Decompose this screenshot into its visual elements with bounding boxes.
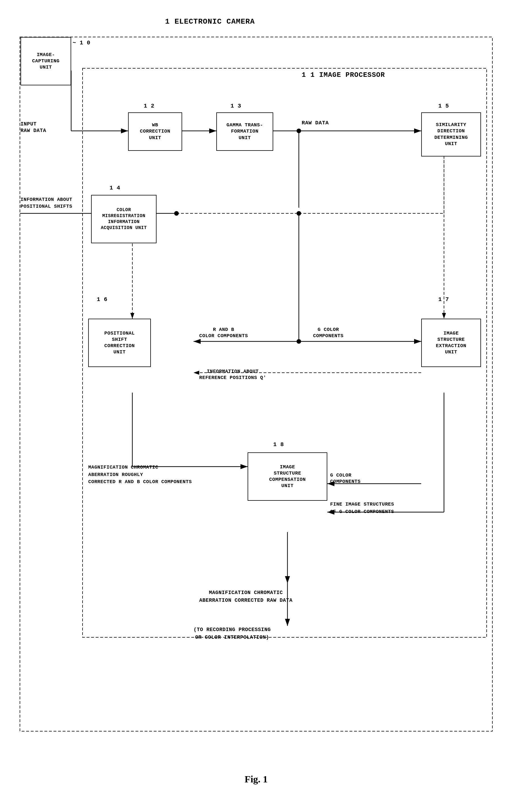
similarity-direction-unit-box: SIMILARITYDIRECTIONDETERMININGUNIT <box>421 112 481 156</box>
image-structure-extraction-box: IMAGESTRUCTUREEXTRACTIONUNIT <box>421 319 481 367</box>
image-processor-label: 1 1 IMAGE PROCESSOR <box>302 70 385 79</box>
info-reference-positions-label: INFORMATION ABOUTREFERENCE POSITIONS Q' <box>199 369 266 381</box>
g-color-components-bottom-label: G COLORCOMPONENTS <box>330 472 361 485</box>
fig-1-label: Fig. 1 <box>199 774 313 785</box>
ref-18: 1 8 <box>273 441 284 448</box>
r-and-b-color-label: R AND BCOLOR COMPONENTS <box>199 327 248 339</box>
raw-data-label: RAW DATA <box>302 119 329 126</box>
diagram-container: IMAGE-CAPTURINGUNIT ~ 1 0 1 ELECTRONIC C… <box>0 0 512 812</box>
image-capturing-unit-box: IMAGE-CAPTURINGUNIT <box>21 37 71 85</box>
svg-point-14 <box>174 211 179 216</box>
ref-13: 1 3 <box>230 103 241 110</box>
ref-17: 1 7 <box>438 296 449 303</box>
positional-shift-unit-box: POSITIONALSHIFTCORRECTIONUNIT <box>88 319 151 367</box>
magnification-corrected-label: MAGNIFICATION CHROMATICABERRATION CORREC… <box>199 589 292 604</box>
ref-10: ~ 1 0 <box>73 39 90 47</box>
svg-point-17 <box>296 211 301 216</box>
ref-15: 1 5 <box>438 103 449 110</box>
wb-correction-unit-box: WBCORRECTIONUNIT <box>128 112 182 151</box>
magnification-roughly-label: MAGNIFICATION CHROMATICABERRATION ROUGHL… <box>88 464 192 486</box>
svg-point-10 <box>296 128 301 133</box>
electronic-camera-label: 1 ELECTRONIC CAMERA <box>165 17 255 27</box>
info-positional-shifts-label: INFORMATION ABOUTPOSITIONAL SHIFTS <box>21 196 72 210</box>
g-color-components-top-label: G COLORCOMPONENTS <box>313 327 343 339</box>
image-structure-compensation-box: IMAGESTRUCTURECOMPENSATIONUNIT <box>248 453 327 501</box>
fine-image-structures-label: FINE IMAGE STRUCTURESOF G COLOR COMPONEN… <box>330 501 394 515</box>
ref-16: 1 6 <box>97 296 108 303</box>
recording-processing-label: (TO RECORDING PROCESSINGOR COLOR INTERPO… <box>194 626 271 641</box>
ref-14: 1 4 <box>110 184 120 192</box>
input-raw-data-label: INPUTRAW DATA <box>21 121 46 134</box>
gamma-transformation-unit-box: GAMMA TRANS-FORMATIONUNIT <box>216 112 273 151</box>
ref-12: 1 2 <box>144 103 154 110</box>
color-misregistration-unit-box: COLORMISREGISTRATIONINFORMATIONACQUISITI… <box>91 195 157 243</box>
svg-point-22 <box>296 339 301 344</box>
